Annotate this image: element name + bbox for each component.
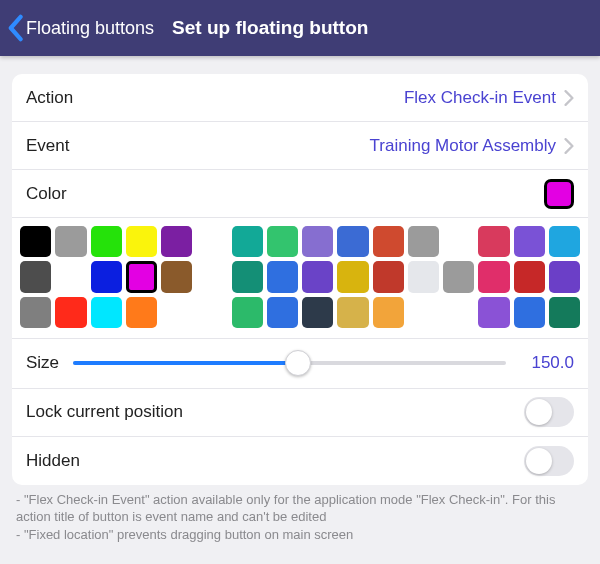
size-value: 150.0 [520,353,574,373]
hidden-label: Hidden [26,451,524,471]
color-swatch[interactable] [478,226,509,257]
row-color-label: Color [26,184,67,204]
chevron-left-icon [6,14,24,42]
color-swatch[interactable] [232,297,263,328]
color-swatch[interactable] [549,226,580,257]
footer-note: - "Flex Check-in Event" action available… [16,491,584,544]
page-title: Set up floating button [172,17,368,39]
color-swatch[interactable] [267,297,298,328]
footer-line-2: - "Fixed location" prevents dragging but… [16,526,584,544]
size-slider[interactable] [73,361,506,365]
row-lock-position: Lock current position [12,389,588,437]
color-swatch[interactable] [337,226,368,257]
color-swatch[interactable] [373,261,404,292]
color-swatch[interactable] [373,226,404,257]
selected-color-swatch [544,179,574,209]
color-swatch[interactable] [478,297,509,328]
color-swatch[interactable] [161,261,192,292]
row-action[interactable]: Action Flex Check-in Event [12,74,588,122]
color-swatch[interactable] [20,261,51,292]
lock-label: Lock current position [26,402,524,422]
color-swatch[interactable] [161,226,192,257]
toggle-knob [526,399,552,425]
row-action-value: Flex Check-in Event [73,88,556,108]
color-swatch[interactable] [232,226,263,257]
color-swatch[interactable] [302,297,333,328]
lock-toggle[interactable] [524,397,574,427]
row-action-label: Action [26,88,73,108]
color-swatch[interactable] [302,261,333,292]
color-swatch[interactable] [373,297,404,328]
color-swatch[interactable] [267,261,298,292]
color-swatch[interactable] [514,297,545,328]
color-swatch[interactable] [549,261,580,292]
hidden-toggle[interactable] [524,446,574,476]
color-swatch[interactable] [20,297,51,328]
color-swatch[interactable] [478,261,509,292]
color-swatch[interactable] [549,297,580,328]
slider-fill [73,361,298,365]
chevron-right-icon [564,138,574,154]
color-swatch[interactable] [126,297,157,328]
toggle-knob [526,448,552,474]
header-bar: Floating buttons Set up floating button [0,0,600,56]
color-swatch[interactable] [55,297,86,328]
color-swatch[interactable] [337,261,368,292]
color-swatch[interactable] [91,297,122,328]
back-label: Floating buttons [26,18,154,39]
color-swatch[interactable] [337,297,368,328]
color-swatch[interactable] [514,261,545,292]
row-size: Size 150.0 [12,339,588,389]
size-label: Size [26,353,59,373]
footer-line-1: - "Flex Check-in Event" action available… [16,491,584,526]
color-swatch[interactable] [126,226,157,257]
color-swatch[interactable] [232,261,263,292]
row-hidden: Hidden [12,437,588,485]
row-event[interactable]: Event Training Motor Assembly [12,122,588,170]
color-swatch[interactable] [126,261,157,292]
row-color[interactable]: Color [12,170,588,218]
color-swatch[interactable] [302,226,333,257]
color-swatch[interactable] [443,261,474,292]
color-swatch[interactable] [408,261,439,292]
back-button[interactable]: Floating buttons [6,14,172,42]
color-palette [12,218,588,339]
color-swatch[interactable] [408,226,439,257]
chevron-right-icon [564,90,574,106]
row-event-label: Event [26,136,69,156]
color-swatch[interactable] [20,226,51,257]
color-swatch[interactable] [55,226,86,257]
slider-thumb[interactable] [285,350,311,376]
color-swatch[interactable] [91,261,122,292]
color-swatch[interactable] [55,261,86,292]
settings-card: Action Flex Check-in Event Event Trainin… [12,74,588,485]
color-swatch[interactable] [514,226,545,257]
color-swatch[interactable] [267,226,298,257]
row-event-value: Training Motor Assembly [69,136,556,156]
color-swatch[interactable] [91,226,122,257]
